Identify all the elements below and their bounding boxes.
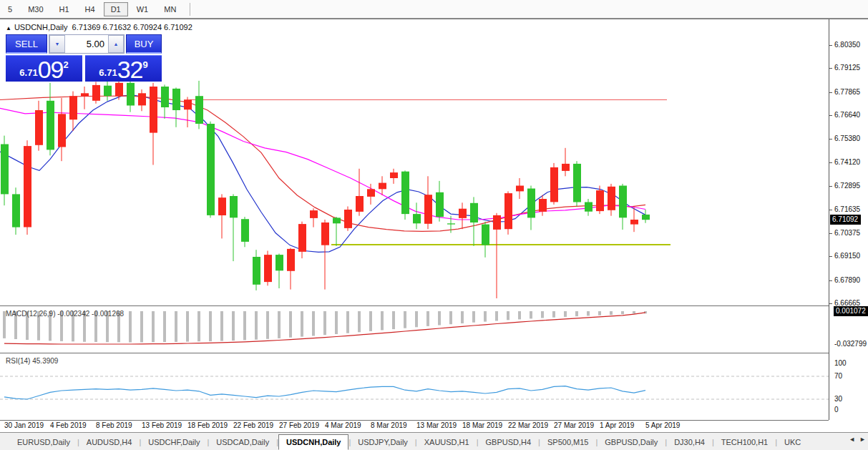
sell-price-pip: 2 — [63, 59, 68, 70]
price-axis-label: 6.70375 — [834, 229, 860, 237]
panel-splitter-highlight — [0, 353, 829, 354]
macd-current-badge: 0.001072 — [834, 306, 868, 316]
price-tick — [829, 45, 832, 46]
rsi-label: RSI(14) 45.3909 — [6, 357, 58, 365]
price-axis-label: 6.69150 — [834, 252, 860, 260]
price-axis-border — [829, 19, 829, 420]
buy-price-prefix: 6.71 — [99, 67, 117, 78]
tab-dj30-h4[interactable]: DJ30,H4 — [667, 435, 712, 449]
price-axis-label: 6.75380 — [834, 134, 860, 142]
timeframe-toolbar: 5M30H1H4D1W1MN — [0, 0, 868, 19]
tab-scroll-right-icon[interactable]: ► — [859, 436, 866, 443]
date-axis-label: 8 Feb 2019 — [96, 421, 132, 429]
macd-panel-canvas[interactable] — [0, 307, 829, 353]
price-tick — [829, 139, 832, 140]
price-tick — [829, 280, 832, 281]
date-axis-label: 27 Feb 2019 — [279, 421, 319, 429]
tab-audusd-h4[interactable]: AUDUSD,H4 — [79, 435, 140, 449]
buy-button[interactable]: BUY — [126, 34, 162, 54]
panel-splitter-highlight — [0, 306, 829, 307]
price-tick — [829, 186, 832, 187]
price-axis-label: 6.72895 — [834, 182, 860, 190]
timeframe-button-h4[interactable]: H4 — [78, 2, 102, 16]
tab-sp500-m15[interactable]: SP500,M15 — [540, 435, 595, 449]
tab-xauusd-h1[interactable]: XAUUSD,H1 — [417, 435, 477, 449]
macd-axis-min-label: -0.032799 — [834, 340, 867, 348]
mt4-window: 5M30H1H4D1W1MN ▲USDCNH,Daily 6.71369 6.7… — [0, 0, 868, 450]
rsi-axis-label: 70 — [834, 372, 842, 380]
sell-price-prefix: 6.71 — [19, 67, 37, 78]
date-axis-label: 4 Mar 2019 — [325, 421, 361, 429]
date-axis-label: 8 Mar 2019 — [371, 421, 407, 429]
tab-gbpusd-h4[interactable]: GBPUSD,H4 — [479, 435, 539, 449]
date-axis-label: 13 Feb 2019 — [142, 421, 182, 429]
chart-tab-bar: EURUSD,Daily|AUDUSD,H4|USDCHF,Daily|USDC… — [0, 432, 868, 450]
timeframe-button-d1[interactable]: D1 — [104, 2, 128, 16]
current-price-badge: 6.71092 — [830, 215, 861, 225]
price-tick — [829, 303, 832, 304]
tab-usdjpy-daily[interactable]: USDJPY,Daily — [351, 435, 415, 449]
timeframe-button-5[interactable]: 5 — [1, 2, 19, 16]
price-axis-label: 6.76640 — [834, 111, 860, 119]
volume-spinner: ▼ 5.00 ▲ — [49, 34, 125, 54]
date-axis-label: 18 Feb 2019 — [187, 421, 228, 429]
price-tick — [829, 115, 832, 116]
date-axis-label: 22 Feb 2019 — [233, 421, 273, 429]
tab-usdcad-daily[interactable]: USDCAD,Daily — [209, 435, 276, 449]
toolbar-separator — [190, 3, 190, 16]
volume-increase-button[interactable]: ▲ — [108, 35, 124, 53]
price-axis-label: 6.67890 — [834, 276, 860, 284]
tab-usdcnh-daily[interactable]: USDCNH,Daily — [278, 434, 348, 450]
price-tick — [829, 210, 832, 210]
price-tick — [829, 162, 832, 163]
tab-tech100-h1[interactable]: TECH100,H1 — [714, 435, 775, 449]
date-axis-label: 30 Jan 2019 — [4, 421, 44, 429]
date-axis-label: 1 Apr 2019 — [600, 421, 634, 429]
rsi-axis-label: 0 — [834, 406, 839, 414]
volume-decrease-button[interactable]: ▼ — [49, 35, 65, 53]
sell-price-main: 09 — [38, 59, 64, 80]
tab-scroll-left-icon[interactable]: ◄ — [849, 436, 855, 443]
date-axis-label: 27 Mar 2019 — [554, 421, 594, 429]
date-axis-label: 4 Feb 2019 — [50, 421, 87, 429]
price-axis-label: 6.74120 — [834, 158, 860, 166]
volume-input[interactable]: 5.00 — [65, 35, 108, 53]
timeframe-button-w1[interactable]: W1 — [130, 2, 156, 16]
price-tick — [829, 92, 832, 93]
price-axis-label: 6.71635 — [834, 205, 860, 213]
sell-price-panel[interactable]: 6.71092 — [6, 55, 82, 82]
price-tick — [829, 68, 832, 69]
date-axis-label: 18 Mar 2019 — [462, 421, 502, 429]
date-axis-label: 22 Mar 2019 — [508, 421, 548, 429]
timeframe-button-m30[interactable]: M30 — [21, 2, 50, 16]
rsi-axis-label: 100 — [834, 359, 847, 367]
timeframe-button-h1[interactable]: H1 — [52, 2, 77, 16]
tab-ukc[interactable]: UKC — [777, 435, 808, 449]
buy-price-main: 32 — [117, 59, 143, 80]
date-axis-line — [0, 420, 829, 421]
buy-price-panel[interactable]: 6.71329 — [85, 55, 162, 82]
price-tick — [829, 233, 832, 234]
tab-eurusd-daily[interactable]: EURUSD,Daily — [10, 435, 77, 449]
price-axis-label: 6.79125 — [834, 64, 860, 72]
rsi-axis-label: 30 — [834, 395, 842, 403]
date-axis-label: 5 Apr 2019 — [645, 421, 680, 429]
macd-label: MACD(12,26,9) -0.002342 -0.001268 — [6, 310, 124, 318]
chart-window: ▲USDCNH,Daily 6.71369 6.71632 6.70924 6.… — [0, 19, 868, 420]
tab-gbpusd-daily[interactable]: GBPUSD,Daily — [598, 435, 665, 449]
sell-button[interactable]: SELL — [6, 34, 47, 54]
price-tick — [829, 256, 832, 257]
tab-usdchf-daily[interactable]: USDCHF,Daily — [141, 435, 207, 449]
timeframe-button-mn[interactable]: MN — [157, 2, 183, 16]
date-axis-label: 13 Mar 2019 — [416, 421, 457, 429]
buy-price-pip: 9 — [142, 59, 147, 70]
one-click-trade-panel: SELL ▼ 5.00 ▲ BUY 6.71092 6.71329 — [6, 34, 162, 82]
price-axis-label: 6.80350 — [834, 41, 860, 49]
price-axis-label: 6.77865 — [834, 88, 860, 96]
rsi-panel-canvas[interactable] — [0, 354, 829, 420]
